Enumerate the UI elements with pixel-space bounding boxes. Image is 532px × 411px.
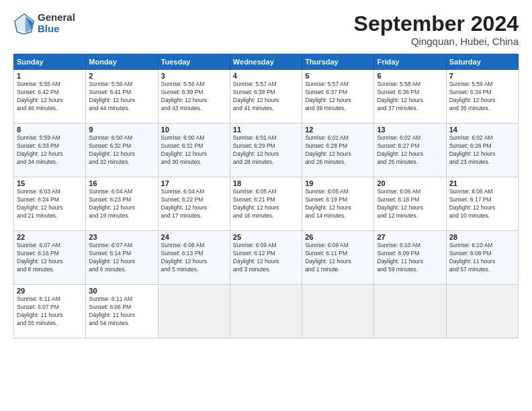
- day-info: Sunrise: 6:07 AM Sunset: 6:16 PM Dayligh…: [17, 242, 83, 274]
- day-number: 11: [233, 126, 299, 134]
- day-number: 21: [449, 179, 515, 187]
- day-number: 2: [89, 72, 154, 80]
- day-number: 29: [17, 287, 83, 295]
- day-info: Sunrise: 5:56 AM Sunset: 6:41 PM Dayligh…: [89, 81, 154, 113]
- day-info: Sunrise: 6:09 AM Sunset: 6:11 PM Dayligh…: [305, 242, 371, 274]
- weekday-header-saturday: Saturday: [446, 54, 518, 70]
- day-info: Sunrise: 6:01 AM Sunset: 6:29 PM Dayligh…: [233, 134, 299, 167]
- page-header: General Blue September 2024 Qingquan, Hu…: [13, 12, 519, 47]
- calendar-cell: [158, 285, 230, 338]
- day-info: Sunrise: 5:59 AM Sunset: 6:34 PM Dayligh…: [449, 81, 515, 113]
- day-number: 1: [17, 72, 83, 80]
- day-number: 26: [305, 233, 371, 241]
- calendar-cell: 26Sunrise: 6:09 AM Sunset: 6:11 PM Dayli…: [302, 231, 374, 285]
- day-number: 3: [161, 72, 227, 80]
- logo-text: General Blue: [38, 12, 75, 34]
- day-info: Sunrise: 6:10 AM Sunset: 6:08 PM Dayligh…: [449, 242, 515, 274]
- day-info: Sunrise: 5:58 AM Sunset: 6:36 PM Dayligh…: [377, 81, 443, 113]
- day-number: 5: [305, 72, 371, 80]
- day-info: Sunrise: 6:02 AM Sunset: 6:26 PM Dayligh…: [449, 134, 515, 167]
- weekday-header-wednesday: Wednesday: [230, 54, 302, 70]
- day-info: Sunrise: 5:57 AM Sunset: 6:37 PM Dayligh…: [305, 81, 371, 113]
- calendar-cell: 18Sunrise: 6:05 AM Sunset: 6:21 PM Dayli…: [230, 177, 302, 231]
- calendar-cell: 25Sunrise: 6:09 AM Sunset: 6:12 PM Dayli…: [230, 231, 302, 285]
- logo-icon: [13, 13, 35, 34]
- day-number: 15: [17, 179, 83, 187]
- calendar-cell: 6Sunrise: 5:58 AM Sunset: 6:36 PM Daylig…: [374, 70, 446, 124]
- day-info: Sunrise: 5:56 AM Sunset: 6:39 PM Dayligh…: [161, 81, 227, 113]
- day-info: Sunrise: 6:09 AM Sunset: 6:12 PM Dayligh…: [233, 242, 299, 274]
- day-info: Sunrise: 6:03 AM Sunset: 6:24 PM Dayligh…: [17, 188, 83, 220]
- weekday-header-monday: Monday: [86, 54, 158, 70]
- day-number: 7: [449, 72, 515, 80]
- day-number: 4: [233, 72, 299, 80]
- calendar-cell: 8Sunrise: 5:59 AM Sunset: 6:33 PM Daylig…: [14, 124, 86, 177]
- calendar-cell: 9Sunrise: 6:00 AM Sunset: 6:32 PM Daylig…: [86, 124, 158, 177]
- calendar-cell: 30Sunrise: 6:11 AM Sunset: 6:06 PM Dayli…: [86, 285, 158, 338]
- calendar-cell: 12Sunrise: 6:01 AM Sunset: 6:28 PM Dayli…: [302, 124, 374, 177]
- day-info: Sunrise: 6:11 AM Sunset: 6:06 PM Dayligh…: [89, 295, 154, 328]
- calendar-cell: 11Sunrise: 6:01 AM Sunset: 6:29 PM Dayli…: [230, 124, 302, 177]
- day-info: Sunrise: 5:59 AM Sunset: 6:33 PM Dayligh…: [17, 134, 83, 167]
- weekday-header-thursday: Thursday: [302, 54, 374, 70]
- day-info: Sunrise: 6:10 AM Sunset: 6:09 PM Dayligh…: [377, 242, 443, 274]
- calendar-cell: 19Sunrise: 6:05 AM Sunset: 6:19 PM Dayli…: [302, 177, 374, 231]
- calendar-cell: [374, 285, 446, 338]
- day-info: Sunrise: 6:00 AM Sunset: 6:31 PM Dayligh…: [161, 134, 227, 167]
- weekday-header-tuesday: Tuesday: [158, 54, 230, 70]
- day-info: Sunrise: 6:08 AM Sunset: 6:13 PM Dayligh…: [161, 242, 227, 274]
- day-number: 30: [89, 287, 154, 295]
- day-info: Sunrise: 6:07 AM Sunset: 6:14 PM Dayligh…: [89, 242, 154, 274]
- day-info: Sunrise: 6:02 AM Sunset: 6:27 PM Dayligh…: [377, 134, 443, 167]
- day-info: Sunrise: 6:04 AM Sunset: 6:22 PM Dayligh…: [161, 188, 227, 220]
- calendar-cell: 5Sunrise: 5:57 AM Sunset: 6:37 PM Daylig…: [302, 70, 374, 124]
- day-info: Sunrise: 6:05 AM Sunset: 6:19 PM Dayligh…: [305, 188, 371, 220]
- weekday-header-friday: Friday: [374, 54, 446, 70]
- calendar-cell: 16Sunrise: 6:04 AM Sunset: 6:23 PM Dayli…: [86, 177, 158, 231]
- calendar-cell: [302, 285, 374, 338]
- day-info: Sunrise: 5:55 AM Sunset: 6:42 PM Dayligh…: [17, 81, 83, 113]
- calendar-cell: 23Sunrise: 6:07 AM Sunset: 6:14 PM Dayli…: [86, 231, 158, 285]
- day-info: Sunrise: 6:00 AM Sunset: 6:32 PM Dayligh…: [89, 134, 154, 167]
- day-info: Sunrise: 6:04 AM Sunset: 6:23 PM Dayligh…: [89, 188, 154, 220]
- month-title: September 2024: [354, 12, 519, 36]
- calendar-header: SundayMondayTuesdayWednesdayThursdayFrid…: [14, 54, 519, 70]
- calendar-cell: 29Sunrise: 6:11 AM Sunset: 6:07 PM Dayli…: [14, 285, 86, 338]
- day-info: Sunrise: 6:06 AM Sunset: 6:18 PM Dayligh…: [377, 188, 443, 220]
- calendar-cell: 14Sunrise: 6:02 AM Sunset: 6:26 PM Dayli…: [446, 124, 518, 177]
- location-title: Qingquan, Hubei, China: [354, 36, 519, 47]
- calendar-cell: 21Sunrise: 6:06 AM Sunset: 6:17 PM Dayli…: [446, 177, 518, 231]
- day-number: 19: [305, 179, 371, 187]
- calendar-cell: 2Sunrise: 5:56 AM Sunset: 6:41 PM Daylig…: [86, 70, 158, 124]
- logo-blue: Blue: [38, 23, 60, 34]
- day-number: 22: [17, 233, 83, 241]
- day-number: 6: [377, 72, 443, 80]
- calendar-cell: 22Sunrise: 6:07 AM Sunset: 6:16 PM Dayli…: [14, 231, 86, 285]
- calendar: SundayMondayTuesdayWednesdayThursdayFrid…: [13, 54, 519, 338]
- calendar-cell: 1Sunrise: 5:55 AM Sunset: 6:42 PM Daylig…: [14, 70, 86, 124]
- day-number: 28: [449, 233, 515, 241]
- calendar-cell: 13Sunrise: 6:02 AM Sunset: 6:27 PM Dayli…: [374, 124, 446, 177]
- day-info: Sunrise: 6:01 AM Sunset: 6:28 PM Dayligh…: [305, 134, 371, 167]
- day-number: 9: [89, 126, 154, 134]
- day-number: 23: [89, 233, 154, 241]
- title-block: September 2024 Qingquan, Hubei, China: [354, 12, 519, 47]
- day-info: Sunrise: 6:11 AM Sunset: 6:07 PM Dayligh…: [17, 295, 83, 328]
- day-number: 27: [377, 233, 443, 241]
- calendar-cell: 20Sunrise: 6:06 AM Sunset: 6:18 PM Dayli…: [374, 177, 446, 231]
- day-number: 8: [17, 126, 83, 134]
- day-info: Sunrise: 6:05 AM Sunset: 6:21 PM Dayligh…: [233, 188, 299, 220]
- weekday-header-sunday: Sunday: [14, 54, 86, 70]
- day-number: 16: [89, 179, 154, 187]
- day-info: Sunrise: 6:06 AM Sunset: 6:17 PM Dayligh…: [449, 188, 515, 220]
- day-number: 18: [233, 179, 299, 187]
- calendar-cell: 3Sunrise: 5:56 AM Sunset: 6:39 PM Daylig…: [158, 70, 230, 124]
- calendar-cell: 24Sunrise: 6:08 AM Sunset: 6:13 PM Dayli…: [158, 231, 230, 285]
- logo-general: General: [38, 11, 75, 23]
- day-number: 13: [377, 126, 443, 134]
- day-number: 12: [305, 126, 371, 134]
- calendar-cell: 10Sunrise: 6:00 AM Sunset: 6:31 PM Dayli…: [158, 124, 230, 177]
- calendar-cell: 15Sunrise: 6:03 AM Sunset: 6:24 PM Dayli…: [14, 177, 86, 231]
- calendar-cell: 4Sunrise: 5:57 AM Sunset: 6:38 PM Daylig…: [230, 70, 302, 124]
- logo: General Blue: [13, 12, 75, 34]
